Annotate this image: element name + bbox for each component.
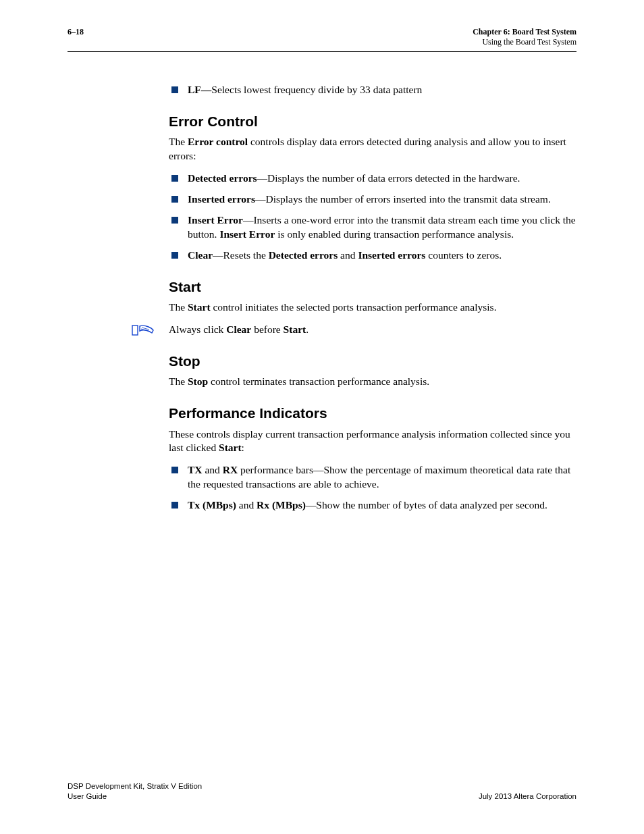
footer-left: DSP Development Kit, Stratix V Edition U… [68, 781, 202, 802]
list-item: Tx (MBps) and Rx (MBps)—Show the number … [188, 498, 576, 513]
list-item: Inserted errors—Displays the number of e… [188, 192, 576, 207]
start-note: Always click Clear before Start. [169, 323, 576, 337]
perf-list: TX and RX performance bars—Show the perc… [169, 463, 576, 513]
list-item: TX and RX performance bars—Show the perc… [188, 463, 576, 492]
list-item: Detected errors—Displays the number of d… [188, 172, 576, 186]
heading-stop: Stop [169, 352, 576, 371]
footer-doc-subtitle: User Guide [68, 791, 202, 802]
list-item: Clear—Resets the Detected errors and Ins… [188, 249, 576, 263]
chapter-title: Chapter 6: Board Test System [473, 27, 576, 37]
heading-error-control: Error Control [169, 112, 576, 131]
content: LF—Selects lowest frequency divide by 33… [68, 52, 576, 513]
stop-paragraph: The Stop control terminates transaction … [169, 375, 576, 389]
error-control-list: Detected errors—Displays the number of d… [169, 172, 576, 263]
term: LF— [188, 84, 211, 95]
start-paragraph: The Start control initiates the selected… [169, 301, 576, 315]
list-item: LF—Selects lowest frequency divide by 33… [188, 83, 576, 97]
footer-right: July 2013 Altera Corporation [479, 791, 576, 802]
heading-performance: Performance Indicators [169, 404, 576, 423]
section-title: Using the Board Test System [473, 37, 576, 47]
perf-intro: These controls display current transacti… [169, 427, 576, 456]
page: 6–18 Chapter 6: Board Test System Using … [0, 0, 644, 834]
note-icon [132, 324, 155, 336]
svg-rect-0 [132, 325, 138, 335]
list-item: Insert Error—Inserts a one-word error in… [188, 213, 576, 242]
page-header: 6–18 Chapter 6: Board Test System Using … [68, 27, 576, 52]
desc: Selects lowest frequency divide by 33 da… [211, 84, 422, 95]
header-right: Chapter 6: Board Test System Using the B… [473, 27, 576, 47]
page-footer: DSP Development Kit, Stratix V Edition U… [68, 781, 576, 802]
page-number: 6–18 [68, 27, 84, 37]
error-control-intro: The Error control controls display data … [169, 135, 576, 163]
intro-list: LF—Selects lowest frequency divide by 33… [169, 83, 576, 97]
heading-start: Start [169, 278, 576, 296]
footer-doc-title: DSP Development Kit, Stratix V Edition [68, 781, 202, 791]
